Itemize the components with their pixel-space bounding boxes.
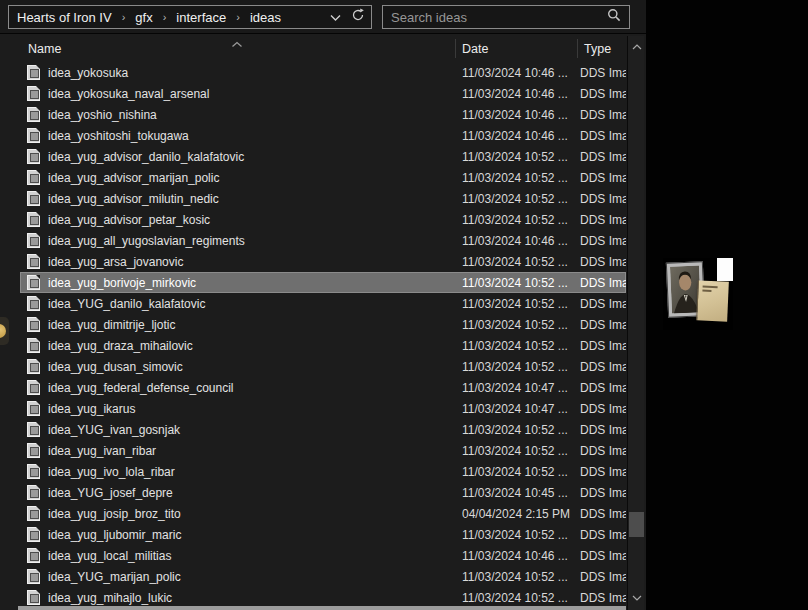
file-row[interactable]: idea_yug_all_yugoslavian_regiments 11/03…	[20, 230, 626, 251]
search-input[interactable]	[391, 10, 607, 25]
column-header-date[interactable]: Date	[462, 36, 488, 61]
edge-overlay-tab[interactable]	[0, 317, 9, 345]
file-row[interactable]: idea_yoshio_nishina 11/03/2024 10:46 ...…	[20, 104, 626, 125]
file-date: 11/03/2024 10:45 ...	[462, 486, 580, 500]
file-row[interactable]: idea_yug_borivoje_mirkovic 11/03/2024 10…	[20, 272, 626, 293]
chevron-down-icon[interactable]	[330, 8, 341, 26]
dds-file-icon	[27, 443, 40, 458]
file-type: DDS Ima	[580, 465, 626, 479]
column-divider[interactable]	[577, 39, 578, 58]
horizontal-scrollbar-thumb[interactable]	[18, 606, 626, 610]
search-box[interactable]	[382, 5, 630, 29]
dds-file-icon	[27, 191, 40, 206]
screen: Hearts of Iron IV › gfx › interface › id…	[0, 0, 808, 610]
file-name: idea_yug_mihajlo_lukic	[48, 591, 172, 605]
file-name: idea_YUG_danilo_kalafatovic	[48, 297, 205, 311]
column-header-name[interactable]: Name	[28, 36, 61, 61]
file-type: DDS Ima	[580, 339, 626, 353]
file-explorer-window: Hearts of Iron IV › gfx › interface › id…	[0, 0, 646, 610]
dds-file-icon	[27, 485, 40, 500]
preview-white-chip	[717, 258, 733, 281]
file-type: DDS Ima	[580, 66, 626, 80]
search-icon[interactable]	[607, 8, 621, 26]
vertical-scrollbar[interactable]	[627, 36, 644, 610]
file-name: idea_yug_advisor_petar_kosic	[48, 213, 210, 227]
file-row[interactable]: idea_yoshitoshi_tokugawa 11/03/2024 10:4…	[20, 125, 626, 146]
file-row[interactable]: idea_yug_local_militias 11/03/2024 10:46…	[20, 545, 626, 566]
dds-file-icon	[27, 548, 40, 563]
breadcrumb-separator-icon: ›	[236, 11, 240, 23]
file-name: idea_yokosuka_naval_arsenal	[48, 87, 209, 101]
file-row[interactable]: idea_yug_mihajlo_lukic 11/03/2024 10:52 …	[20, 587, 626, 608]
address-bar[interactable]: Hearts of Iron IV › gfx › interface › id…	[8, 5, 372, 29]
scrollbar-up-icon[interactable]	[628, 38, 645, 55]
file-row[interactable]: idea_yug_ivan_ribar 11/03/2024 10:52 ...…	[20, 440, 626, 461]
file-name: idea_yug_advisor_marijan_polic	[48, 171, 219, 185]
file-row[interactable]: idea_yug_arsa_jovanovic 11/03/2024 10:52…	[20, 251, 626, 272]
file-date: 11/03/2024 10:47 ...	[462, 402, 580, 416]
file-row[interactable]: idea_yug_josip_broz_tito 04/04/2024 2:15…	[20, 503, 626, 524]
dds-file-icon	[27, 128, 40, 143]
column-divider[interactable]	[455, 39, 456, 58]
file-type: DDS Ima	[580, 297, 626, 311]
file-date: 11/03/2024 10:52 ...	[462, 171, 580, 185]
column-header-type[interactable]: Type	[584, 36, 611, 61]
file-row[interactable]: idea_yug_advisor_milutin_nedic 11/03/202…	[20, 188, 626, 209]
dds-file-icon	[27, 65, 40, 80]
file-row[interactable]: idea_yug_ljubomir_maric 11/03/2024 10:52…	[20, 524, 626, 545]
file-row[interactable]: idea_yokosuka 11/03/2024 10:46 ... DDS I…	[20, 62, 626, 83]
file-row[interactable]: idea_yokosuka_naval_arsenal 11/03/2024 1…	[20, 83, 626, 104]
file-name: idea_yug_federal_defense_council	[48, 381, 233, 395]
file-row[interactable]: idea_yug_ivo_lola_ribar 11/03/2024 10:52…	[20, 461, 626, 482]
scrollbar-down-icon[interactable]	[628, 589, 645, 606]
dds-file-icon	[27, 338, 40, 353]
dds-file-icon	[27, 359, 40, 374]
file-row[interactable]: idea_yug_ikarus 11/03/2024 10:47 ... DDS…	[20, 398, 626, 419]
file-type: DDS Ima	[580, 486, 626, 500]
file-row[interactable]: idea_yug_dimitrije_ljotic 11/03/2024 10:…	[20, 314, 626, 335]
dds-file-icon	[27, 506, 40, 521]
dds-file-icon	[27, 170, 40, 185]
file-row[interactable]: idea_yug_federal_defense_council 11/03/2…	[20, 377, 626, 398]
file-row[interactable]: idea_yug_draza_mihailovic 11/03/2024 10:…	[20, 335, 626, 356]
file-date: 11/03/2024 10:52 ...	[462, 255, 580, 269]
file-name: idea_yokosuka	[48, 66, 128, 80]
dds-file-icon	[27, 590, 40, 605]
dds-file-icon	[27, 233, 40, 248]
breadcrumb-item-root[interactable]: Hearts of Iron IV	[17, 10, 112, 25]
file-type: DDS Ima	[580, 234, 626, 248]
file-date: 11/03/2024 10:47 ...	[462, 381, 580, 395]
file-date: 11/03/2024 10:46 ...	[462, 108, 580, 122]
dds-file-icon	[27, 464, 40, 479]
file-row[interactable]: idea_yug_advisor_marijan_polic 11/03/202…	[20, 167, 626, 188]
file-type: DDS Ima	[580, 444, 626, 458]
refresh-icon[interactable]	[351, 8, 365, 26]
scrollbar-thumb[interactable]	[629, 512, 644, 537]
file-name: idea_yug_draza_mihailovic	[48, 339, 193, 353]
file-date: 11/03/2024 10:52 ...	[462, 297, 580, 311]
file-row[interactable]: idea_YUG_ivan_gosnjak 11/03/2024 10:52 .…	[20, 419, 626, 440]
file-type: DDS Ima	[580, 171, 626, 185]
file-row[interactable]: idea_YUG_danilo_kalafatovic 11/03/2024 1…	[20, 293, 626, 314]
breadcrumb-item-ideas[interactable]: ideas	[250, 10, 281, 25]
file-row[interactable]: idea_yug_advisor_petar_kosic 11/03/2024 …	[20, 209, 626, 230]
file-name: idea_yug_josip_broz_tito	[48, 507, 181, 521]
file-row[interactable]: idea_YUG_marijan_polic 11/03/2024 10:52 …	[20, 566, 626, 587]
file-row[interactable]: idea_yug_advisor_danilo_kalafatovic 11/0…	[20, 146, 626, 167]
breadcrumb: Hearts of Iron IV › gfx › interface › id…	[17, 10, 324, 25]
file-name: idea_yug_ivan_ribar	[48, 444, 156, 458]
dds-file-icon	[27, 86, 40, 101]
dds-file-icon	[27, 317, 40, 332]
file-type: DDS Ima	[580, 360, 626, 374]
file-row[interactable]: idea_yug_dusan_simovic 11/03/2024 10:52 …	[20, 356, 626, 377]
file-type: DDS Ima	[580, 423, 626, 437]
file-row[interactable]: idea_YUG_josef_depre 11/03/2024 10:45 ..…	[20, 482, 626, 503]
dds-file-icon	[27, 401, 40, 416]
breadcrumb-item-interface[interactable]: interface	[176, 10, 226, 25]
file-type: DDS Ima	[580, 570, 626, 584]
dds-file-icon	[27, 296, 40, 311]
file-type: DDS Ima	[580, 318, 626, 332]
dds-file-icon	[27, 380, 40, 395]
breadcrumb-item-gfx[interactable]: gfx	[135, 10, 152, 25]
file-date: 11/03/2024 10:52 ...	[462, 318, 580, 332]
